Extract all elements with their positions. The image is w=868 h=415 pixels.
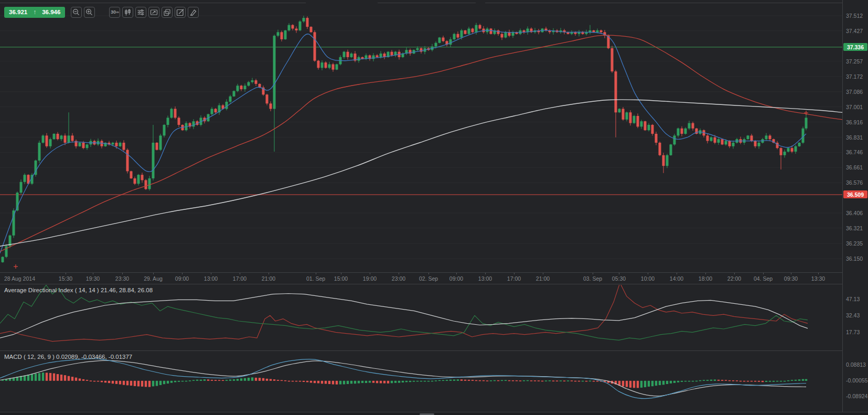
time-label: 21:00 <box>536 275 550 282</box>
indicator-axis-label: 0.08813 <box>846 361 866 368</box>
price-label: 36.321 <box>846 225 863 231</box>
price-level-badge: 37.336 <box>843 43 867 51</box>
axis-tick <box>734 273 735 274</box>
time-label: 22:00 <box>727 275 741 282</box>
price-label: 37.257 <box>846 58 863 65</box>
price-label: 37.172 <box>846 73 863 80</box>
edit-note-icon <box>176 8 185 17</box>
axis-tick <box>543 273 543 274</box>
time-label: 17:00 <box>507 275 521 282</box>
time-label: 01. Sep <box>306 275 325 282</box>
indicator-axis-label: 47.13 <box>846 296 860 302</box>
indicator-axis-label: 32.43 <box>846 312 860 318</box>
time-label: 17:00 <box>233 275 247 282</box>
bottom-strip <box>0 412 868 415</box>
price-label: 36.235 <box>846 240 863 247</box>
axis-tick <box>456 273 457 274</box>
price-label: 36.916 <box>846 119 863 125</box>
chart-type-button[interactable] <box>122 7 133 18</box>
fullscreen-button[interactable] <box>148 7 159 18</box>
zoom-out-button[interactable] <box>71 7 82 18</box>
buy-button[interactable]: 36.946 <box>37 9 65 15</box>
trading-chart-window: 36.921 ↑ 36.946 30m 28 Aug <box>0 0 868 415</box>
macd-panel: MACD ( 12, 26, 9 ) 0.02089, -0.03466, -0… <box>0 350 868 412</box>
price-label: 37.086 <box>846 89 863 95</box>
price-label: 36.746 <box>846 149 863 155</box>
sell-button[interactable]: 36.921 <box>4 9 32 15</box>
zoom-out-icon <box>72 8 81 17</box>
axis-tick <box>211 273 211 274</box>
price-label: 36.576 <box>846 179 863 186</box>
time-label: 09:00 <box>175 275 189 282</box>
adx-panel-title: Average Directional Index ( 14, 14 ) 21.… <box>4 287 153 293</box>
axis-tick <box>648 273 648 274</box>
candlestick-chart[interactable] <box>0 0 842 273</box>
time-label: 14:00 <box>670 275 683 282</box>
price-label: 37.001 <box>846 104 863 110</box>
price-label: 37.512 <box>846 13 863 19</box>
axis-tick <box>182 273 183 274</box>
price-label: 36.150 <box>846 256 863 262</box>
time-label: 13:30 <box>811 275 825 282</box>
axis-tick <box>316 273 316 274</box>
macd-plot[interactable] <box>0 352 842 412</box>
time-label: 29. Aug <box>144 275 163 282</box>
price-ticket: 36.921 ↑ 36.946 <box>4 7 65 18</box>
time-label: 09:30 <box>784 275 798 282</box>
time-label: 23:30 <box>115 275 129 282</box>
direction-up-arrow-icon: ↑ <box>32 8 37 16</box>
macd-title-text: MACD ( 12, 26, 9 ) <box>4 354 55 360</box>
time-label: 15:30 <box>59 275 72 282</box>
zoom-in-icon <box>85 8 94 17</box>
time-label: 15:00 <box>334 275 348 282</box>
time-label: 28 Aug 2014 <box>4 275 35 282</box>
time-label: 19:00 <box>363 275 377 282</box>
axis-tick <box>763 273 764 274</box>
indicators-button[interactable] <box>135 7 146 18</box>
axis-tick <box>370 273 370 274</box>
axis-tick <box>153 273 154 274</box>
timeframe-button[interactable]: 30m <box>109 7 120 18</box>
time-label: 13:00 <box>478 275 492 282</box>
price-level-badge: 36.509 <box>843 190 867 198</box>
zoom-in-button[interactable] <box>84 7 95 18</box>
price-label: 36.831 <box>846 134 863 141</box>
expand-icon <box>149 8 158 17</box>
axis-tick <box>705 273 706 274</box>
candlestick-icon <box>123 8 132 17</box>
time-label: 23:00 <box>392 275 405 282</box>
indicator-axis-label: -0.08924 <box>846 393 867 399</box>
adx-values-text: 21.46, 28.84, 26.08 <box>101 287 153 293</box>
adx-panel: Average Directional Index ( 14, 14 ) 21.… <box>0 284 868 351</box>
time-label: 05:30 <box>612 275 626 282</box>
time-label: 03. Sep <box>583 275 602 282</box>
price-axis[interactable]: 37.51237.42737.25737.17237.08637.00136.9… <box>842 0 868 412</box>
price-label: 36.661 <box>846 164 863 171</box>
axis-tick <box>677 273 677 274</box>
price-label: 36.406 <box>846 210 863 216</box>
sliders-icon <box>136 8 145 17</box>
indicator-axis-label: 17.73 <box>846 329 860 335</box>
adx-title-text: Average Directional Index ( 14, 14 ) <box>4 287 99 293</box>
time-label: 04. Sep <box>754 275 773 282</box>
edit-button[interactable] <box>175 7 186 18</box>
axis-tick <box>269 273 269 274</box>
duplicate-button[interactable] <box>162 7 173 18</box>
indicator-axis-label: -0.00055 <box>846 377 867 384</box>
time-label: 10:00 <box>641 275 655 282</box>
macd-panel-title: MACD ( 12, 26, 9 ) 0.02089, -0.03466, -0… <box>4 354 132 360</box>
draw-button[interactable] <box>188 7 199 18</box>
axis-tick <box>593 273 593 274</box>
time-label: 02. Sep <box>419 275 438 282</box>
axis-tick <box>122 273 123 274</box>
axis-tick <box>240 273 240 274</box>
axis-tick <box>514 273 515 274</box>
adx-plot[interactable] <box>0 285 842 351</box>
time-axis[interactable]: 28 Aug 201415:3019:3023:3029. Aug09:0013… <box>0 272 868 284</box>
axis-tick <box>818 273 819 274</box>
axis-tick <box>485 273 486 274</box>
time-label: 18:00 <box>699 275 712 282</box>
chart-toolbar: 36.921 ↑ 36.946 30m <box>4 6 199 18</box>
axis-tick <box>619 273 619 274</box>
axis-tick <box>428 273 429 274</box>
